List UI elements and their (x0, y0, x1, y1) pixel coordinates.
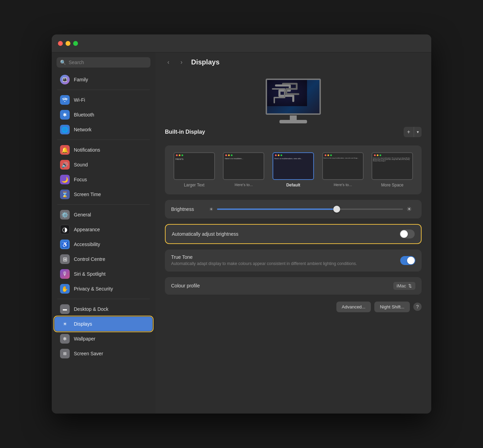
desktop-dock-icon: ▬ (60, 304, 70, 314)
sidebar-item-screen-saver[interactable]: ⊞ Screen Saver (55, 346, 152, 361)
sound-icon: 🔊 (60, 160, 70, 170)
search-box[interactable]: 🔍 (57, 57, 150, 68)
sidebar-item-siri-spotlight[interactable]: 🎙 Siri & Spotlight (55, 267, 152, 281)
add-display-chevron-icon: ▾ (414, 128, 422, 136)
res-thumb-default[interactable]: Here's to troublemakers. ones who... Def… (271, 152, 316, 187)
res-label-larger-text: Larger Text (184, 183, 205, 187)
notifications-icon: 🔔 (60, 145, 70, 155)
maximize-button[interactable] (73, 41, 78, 46)
network-icon: 🌐 (60, 125, 70, 134)
true-tone-toggle-knob (407, 257, 415, 264)
res-thumb-option2[interactable]: Here's to troublem... Here's to... (221, 152, 266, 187)
sidebar-item-general[interactable]: ⚙️ General (55, 207, 152, 222)
search-input[interactable] (69, 60, 147, 65)
sidebar-item-wifi[interactable]: Wi-Fi (55, 93, 152, 107)
screen-time-icon: ⌛ (60, 190, 70, 199)
sidebar-item-screen-time[interactable]: ⌛ Screen Time (55, 187, 152, 202)
sidebar-item-label: Notifications (74, 147, 100, 153)
search-icon: 🔍 (60, 60, 66, 65)
sidebar-item-label: Wi-Fi (74, 97, 85, 103)
sidebar-item-appearance[interactable]: ◑ Appearance (55, 222, 152, 237)
sidebar-item-wallpaper[interactable]: ❄ Wallpaper (55, 332, 152, 346)
page-title: Displays (191, 58, 219, 66)
sidebar-divider-3 (57, 204, 150, 205)
true-tone-label: True Tone (171, 254, 357, 260)
sidebar-item-network[interactable]: 🌐 Network (55, 122, 152, 137)
built-in-display-row: Built-in Display + ▾ (165, 127, 422, 137)
sidebar-item-label: Wallpaper (74, 336, 96, 342)
colour-profile-row: Colour profile iMac ⇅ (165, 277, 422, 295)
colour-profile-value: iMac (397, 283, 406, 288)
accessibility-icon: ♿ (60, 240, 70, 249)
privacy-security-icon: ✋ (60, 284, 70, 294)
res-thumb-larger-text[interactable]: Here's Larger Text (172, 152, 217, 187)
auto-brightness-toggle[interactable] (400, 230, 415, 238)
true-tone-row: True Tone Automatically adapt display to… (171, 254, 415, 267)
res-preview-default: Here's to troublemakers. ones who... (273, 152, 314, 180)
sidebar-item-label: Displays (74, 321, 92, 327)
family-avatar-icon: 👨‍👩‍👧 (60, 75, 70, 84)
sidebar-item-privacy-security[interactable]: ✋ Privacy & Security (55, 282, 152, 296)
screen-saver-icon: ⊞ (60, 349, 70, 358)
advanced-button[interactable]: Advanced... (336, 302, 371, 312)
back-button[interactable]: ‹ (164, 57, 173, 67)
resolution-thumbnails: Here's Larger Text (172, 152, 415, 187)
main-content: ‹ › Displays (155, 52, 431, 414)
night-shift-button[interactable]: Night Shift... (374, 302, 410, 312)
res-thumb-more-space[interactable]: Here's to the crazy troublemakers. The o… (370, 152, 415, 187)
forward-button[interactable]: › (177, 57, 186, 67)
res-thumb-option4[interactable]: Here's to the crazy troublemakers. ones … (321, 152, 365, 187)
res-preview-larger-text: Here's (174, 152, 215, 180)
sidebar-item-label: Network (74, 127, 91, 132)
sidebar-item-control-centre[interactable]: ⊞ Control Centre (55, 252, 152, 266)
brightness-high-icon: ☀ (406, 205, 412, 213)
sidebar-divider-2 (57, 140, 150, 140)
close-button[interactable] (58, 41, 63, 46)
help-button[interactable]: ? (413, 303, 422, 311)
add-display-plus-icon: + (404, 127, 414, 137)
monitor-illustration (262, 79, 324, 123)
brightness-low-icon: ☀ (209, 206, 214, 212)
brightness-label: Brightness (171, 206, 206, 212)
sidebar-item-desktop-dock[interactable]: ▬ Desktop & Dock (55, 302, 152, 316)
sidebar-item-accessibility[interactable]: ♿ Accessibility (55, 237, 152, 252)
displays-icon: ☀ (60, 319, 70, 329)
sidebar-item-label: Screen Time (74, 192, 101, 197)
wallpaper-icon: ❄ (60, 334, 70, 344)
monitor-stand-foot (279, 120, 307, 123)
sidebar-item-label: General (74, 212, 91, 217)
res-label-option4: Here's to... (334, 183, 352, 187)
auto-brightness-row: Automatically adjust brightness (165, 224, 422, 244)
sidebar-item-label: Desktop & Dock (74, 306, 108, 312)
sidebar-item-notifications[interactable]: 🔔 Notifications (55, 143, 152, 157)
sidebar-item-sound[interactable]: 🔊 Sound (55, 157, 152, 172)
minimize-button[interactable] (66, 41, 70, 46)
true-tone-toggle[interactable] (400, 256, 415, 265)
sidebar-divider-4 (57, 299, 150, 299)
sidebar-item-label: Screen Saver (74, 351, 103, 356)
sidebar-item-family[interactable]: 👨‍👩‍👧 Family (55, 72, 152, 87)
colour-profile-stepper-icon: ⇅ (408, 283, 412, 288)
monitor-bezel (266, 79, 321, 115)
monitor-section: Built-in Display + ▾ (165, 72, 422, 145)
add-display-button[interactable]: + ▾ (404, 127, 422, 137)
sidebar-item-displays[interactable]: ☀ Displays (55, 317, 152, 331)
res-label-more-space: More Space (381, 183, 404, 187)
sidebar-item-label: Appearance (74, 227, 100, 232)
res-label-default: Default (286, 183, 300, 187)
titlebar (52, 34, 431, 52)
colour-profile-stepper[interactable]: iMac ⇅ (393, 282, 415, 290)
bottom-buttons: Advanced... Night Shift... ? (165, 302, 422, 312)
focus-icon: 🌙 (60, 175, 70, 184)
brightness-slider[interactable] (217, 208, 403, 210)
sidebar-item-focus[interactable]: 🌙 Focus (55, 172, 152, 187)
resolution-section: Here's Larger Text (165, 145, 422, 194)
true-tone-sublabel: Automatically adapt display to make colo… (171, 261, 357, 267)
system-preferences-window: 🔍 👨‍👩‍👧 Family Wi-Fi ✱ (52, 34, 431, 414)
res-preview-option2: Here's to troublem... (223, 152, 264, 180)
sidebar-item-bluetooth[interactable]: ✱ Bluetooth (55, 108, 152, 122)
sidebar-item-label: Control Centre (74, 256, 105, 262)
sidebar-item-label: Siri & Spotlight (74, 271, 106, 277)
colour-profile-label: Colour profile (171, 283, 200, 288)
sidebar-item-label: Bluetooth (74, 112, 94, 118)
